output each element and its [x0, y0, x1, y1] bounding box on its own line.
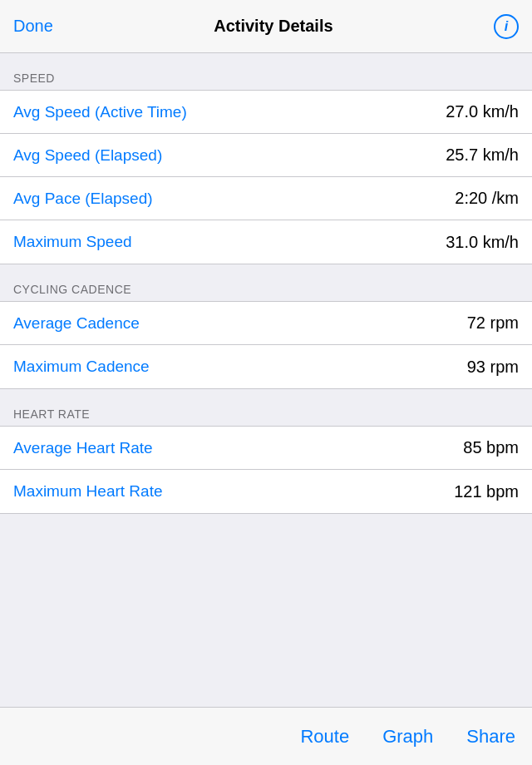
page-title: Activity Details — [214, 17, 332, 36]
row-value-avg-speed-active: 27.0 km/h — [446, 102, 519, 121]
share-tab[interactable]: Share — [466, 726, 515, 748]
table-row[interactable]: Maximum Heart Rate 121 bpm — [0, 470, 532, 513]
speed-section-header: SPEED — [0, 62, 532, 90]
row-label-avg-pace: Avg Pace (Elapsed) — [13, 190, 153, 208]
header: Done Activity Details i — [0, 0, 532, 53]
done-button[interactable]: Done — [13, 17, 53, 36]
row-label-avg-cadence: Average Cadence — [13, 314, 140, 333]
row-value-avg-speed-elapsed: 25.7 km/h — [446, 146, 519, 165]
cadence-section: Average Cadence 72 rpm Maximum Cadence 9… — [0, 301, 532, 389]
table-row[interactable]: Avg Speed (Elapsed) 25.7 km/h — [0, 134, 532, 177]
cadence-gap — [0, 264, 532, 273]
speed-section: Avg Speed (Active Time) 27.0 km/h Avg Sp… — [0, 90, 532, 264]
row-label-avg-speed-active: Avg Speed (Active Time) — [13, 103, 187, 121]
cadence-section-header: CYCLING CADENCE — [0, 273, 532, 301]
row-value-avg-heart-rate: 85 bpm — [463, 438, 519, 457]
table-row[interactable]: Average Heart Rate 85 bpm — [0, 427, 532, 470]
row-value-max-cadence: 93 rpm — [467, 358, 519, 377]
row-value-avg-pace: 2:20 /km — [455, 189, 519, 208]
row-label-avg-speed-elapsed: Avg Speed (Elapsed) — [13, 146, 162, 165]
row-value-max-speed: 31.0 km/h — [446, 233, 519, 252]
row-value-avg-cadence: 72 rpm — [467, 313, 519, 333]
heart-rate-section: Average Heart Rate 85 bpm Maximum Heart … — [0, 426, 532, 514]
row-label-max-cadence: Maximum Cadence — [13, 358, 150, 376]
heart-rate-gap — [0, 389, 532, 397]
row-value-max-heart-rate: 121 bpm — [454, 482, 519, 501]
route-tab[interactable]: Route — [300, 726, 349, 748]
top-gap — [0, 53, 532, 62]
row-label-max-speed: Maximum Speed — [13, 233, 132, 251]
info-button[interactable]: i — [494, 14, 519, 39]
graph-tab[interactable]: Graph — [382, 726, 433, 748]
heart-rate-section-header: HEART RATE — [0, 397, 532, 426]
table-row[interactable]: Avg Speed (Active Time) 27.0 km/h — [0, 91, 532, 134]
table-row[interactable]: Maximum Cadence 93 rpm — [0, 345, 532, 388]
table-row[interactable]: Average Cadence 72 rpm — [0, 302, 532, 345]
row-label-max-heart-rate: Maximum Heart Rate — [13, 482, 163, 501]
row-label-avg-heart-rate: Average Heart Rate — [13, 439, 153, 457]
table-row[interactable]: Avg Pace (Elapsed) 2:20 /km — [0, 177, 532, 220]
tab-bar: Route Graph Share — [0, 707, 532, 765]
table-row[interactable]: Maximum Speed 31.0 km/h — [0, 220, 532, 264]
